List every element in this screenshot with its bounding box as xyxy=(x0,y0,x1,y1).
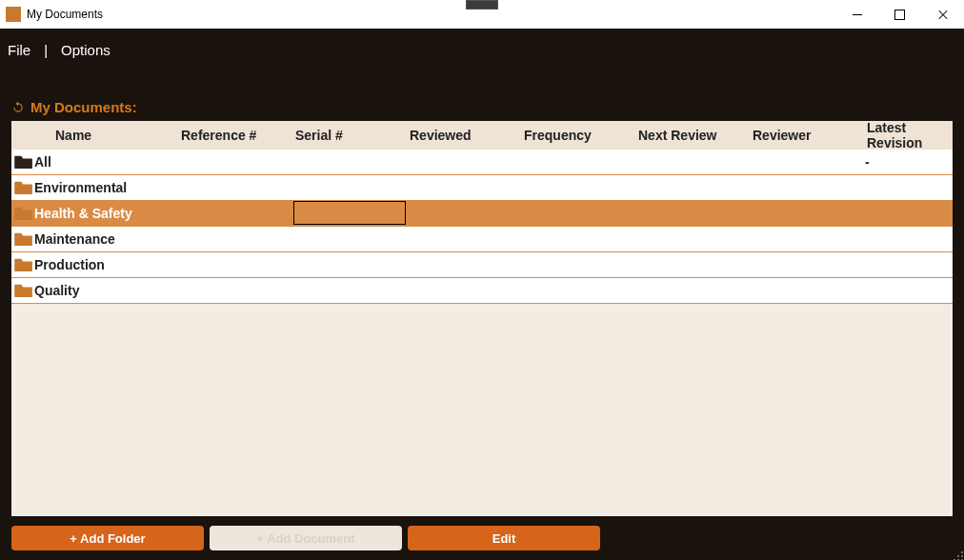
grid-body: All-EnvironmentalHealth & SafetyMaintena… xyxy=(11,150,953,516)
cell-latest-revision: - xyxy=(865,154,953,170)
maximize-button[interactable] xyxy=(878,0,921,29)
titlebar-grip[interactable] xyxy=(466,0,498,10)
folder-name-cell: Health & Safety xyxy=(11,206,179,221)
menu-options[interactable]: Options xyxy=(61,42,110,58)
col-serial[interactable]: Serial # xyxy=(295,128,410,143)
titlebar: My Documents xyxy=(0,0,964,29)
section-header: My Documents: xyxy=(0,70,964,121)
col-reviewer[interactable]: Reviewer xyxy=(753,128,867,143)
menubar: File | Options xyxy=(0,29,964,70)
folder-name: Quality xyxy=(34,283,79,298)
col-next-review[interactable]: Next Review xyxy=(638,128,753,143)
menu-separator: | xyxy=(44,42,48,58)
button-bar: + Add Folder + Add Document Edit xyxy=(0,516,964,560)
window-controls xyxy=(835,0,964,29)
close-button[interactable] xyxy=(921,0,964,29)
documents-panel: Name Reference # Serial # Reviewed Frequ… xyxy=(11,121,953,516)
table-row[interactable]: Environmental xyxy=(11,175,953,201)
add-folder-button[interactable]: + Add Folder xyxy=(11,526,204,550)
grid-header: Name Reference # Serial # Reviewed Frequ… xyxy=(11,121,953,150)
window-title: My Documents xyxy=(27,8,103,21)
col-name[interactable]: Name xyxy=(34,128,181,143)
serial-edit-box[interactable] xyxy=(293,201,406,225)
cell-serial xyxy=(293,150,408,175)
col-latest-revision[interactable]: Latest Revision xyxy=(867,120,953,150)
svg-point-1 xyxy=(961,555,963,557)
folder-name-cell: Production xyxy=(11,257,179,272)
svg-point-2 xyxy=(957,555,959,557)
table-row[interactable]: All- xyxy=(11,150,953,175)
table-row[interactable]: Quality xyxy=(11,278,953,304)
svg-point-0 xyxy=(961,551,963,553)
edit-button[interactable]: Edit xyxy=(408,526,600,550)
table-row[interactable]: Maintenance xyxy=(11,227,953,252)
col-reference[interactable]: Reference # xyxy=(181,128,295,143)
cell-serial xyxy=(293,175,408,201)
minimize-button[interactable] xyxy=(835,0,878,29)
folder-name: All xyxy=(34,154,51,170)
app-icon xyxy=(6,7,21,22)
menu-file[interactable]: File xyxy=(8,42,30,58)
folder-name-cell: Quality xyxy=(11,283,179,298)
resize-grip[interactable] xyxy=(953,549,964,560)
add-document-button: + Add Document xyxy=(210,526,402,550)
col-frequency[interactable]: Frequency xyxy=(524,128,638,143)
table-row[interactable]: Health & Safety xyxy=(11,201,953,227)
cell-serial xyxy=(293,227,408,252)
cell-serial xyxy=(293,252,408,278)
folder-name: Health & Safety xyxy=(34,206,132,221)
folder-name: Environmental xyxy=(34,180,127,195)
folder-name-cell: Maintenance xyxy=(11,231,179,247)
col-reviewed[interactable]: Reviewed xyxy=(410,128,524,143)
refresh-icon[interactable] xyxy=(11,101,25,114)
cell-serial xyxy=(293,278,408,304)
folder-name-cell: All xyxy=(11,154,179,170)
cell-serial[interactable] xyxy=(293,201,408,227)
table-row[interactable]: Production xyxy=(11,252,953,278)
app-body: File | Options My Documents: Name Refere… xyxy=(0,29,964,560)
folder-name: Maintenance xyxy=(34,231,115,247)
section-title: My Documents: xyxy=(30,99,137,115)
folder-name-cell: Environmental xyxy=(11,180,179,195)
folder-name: Production xyxy=(34,257,105,272)
